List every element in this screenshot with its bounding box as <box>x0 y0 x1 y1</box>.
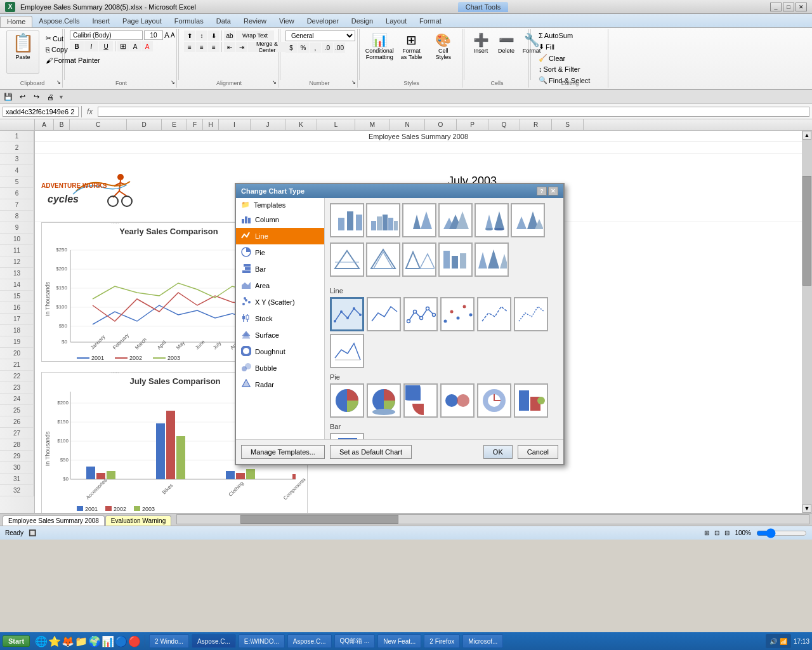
sort-filter-button[interactable]: ↕ Sort & Filter <box>536 64 583 74</box>
chart-subtype-cone2[interactable] <box>511 203 545 237</box>
taskbar-item-8[interactable]: Microsof... <box>462 634 503 648</box>
comma-button[interactable]: , <box>310 43 321 53</box>
taskbar-item-4[interactable]: Aspose.C... <box>287 634 332 648</box>
print-quick-btn[interactable]: 🖨 <box>44 91 56 103</box>
pie-subtype-3[interactable] <box>403 383 438 418</box>
clipboard-expand[interactable]: ↘ <box>56 79 61 85</box>
chart-type-scatter[interactable]: X Y (Scatter) <box>236 294 324 310</box>
tab-format[interactable]: Format <box>413 16 448 27</box>
vertical-scrollbar[interactable]: ▲ ▼ <box>802 131 812 513</box>
dialog-close-btn[interactable]: ✕ <box>548 187 558 196</box>
taskbar-icon-6[interactable]: 📊 <box>102 635 114 647</box>
col-o[interactable]: O <box>425 119 457 130</box>
chart-subtype-cyl2[interactable] <box>366 203 400 237</box>
pie-subtype-2[interactable] <box>367 383 401 418</box>
chart-type-bubble[interactable]: Bubble <box>236 360 324 376</box>
orientation-button[interactable]: ab <box>224 30 235 41</box>
increase-indent-button[interactable]: ⇥ <box>236 42 247 52</box>
chart-subtype-r2-1[interactable] <box>330 242 364 277</box>
paste-button[interactable]: 📋 Paste <box>6 30 39 74</box>
col-m[interactable]: M <box>355 119 390 130</box>
bar-subtype-1[interactable] <box>330 433 364 439</box>
set-default-chart-button[interactable]: Set as Default Chart <box>330 445 412 459</box>
col-r[interactable]: R <box>520 119 552 130</box>
col-k[interactable]: K <box>285 119 317 130</box>
chart-type-stock[interactable]: Stock <box>236 310 324 327</box>
merge-center-button[interactable]: Merge & Center <box>248 42 286 52</box>
chart-type-doughnut[interactable]: Doughnut <box>236 343 324 360</box>
col-i[interactable]: I <box>219 119 251 130</box>
pie-subtype-5[interactable] <box>477 383 511 418</box>
col-d[interactable]: D <box>127 119 162 130</box>
chart-subtype-cone1[interactable] <box>475 203 509 237</box>
line-subtype-5[interactable] <box>477 297 511 331</box>
chart-type-bar[interactable]: Bar <box>236 261 324 277</box>
tab-formulas[interactable]: Formulas <box>168 16 210 27</box>
underline-button[interactable]: U <box>99 41 113 51</box>
zoom-slider[interactable] <box>756 528 807 538</box>
manage-templates-button[interactable]: Manage Templates... <box>241 445 325 459</box>
tab-aspose[interactable]: Aspose.Cells <box>32 16 86 27</box>
taskbar-icon-3[interactable]: 🦊 <box>62 635 74 647</box>
taskbar-item-6[interactable]: New Feat... <box>377 634 421 648</box>
pie-subtype-4[interactable] <box>440 383 475 418</box>
align-middle-button[interactable]: ↕ <box>196 30 207 41</box>
col-h[interactable]: H <box>203 119 219 130</box>
taskbar-item-2[interactable]: Aspose.C... <box>192 634 236 648</box>
pie-subtype-1[interactable] <box>330 383 364 418</box>
taskbar-icon-4[interactable]: 📁 <box>75 635 88 647</box>
chart-type-pie[interactable]: Pie <box>236 244 324 261</box>
chart-type-surface[interactable]: Surface <box>236 327 324 343</box>
horizontal-scrollbar[interactable] <box>176 514 809 524</box>
line-subtype-3[interactable] <box>403 297 438 331</box>
col-n[interactable]: N <box>390 119 425 130</box>
align-top-button[interactable]: ⬆ <box>184 30 195 41</box>
currency-button[interactable]: $ <box>285 43 297 53</box>
wrap-text-button[interactable]: Wrap Text <box>236 30 274 41</box>
redo-quick-btn[interactable]: ↪ <box>30 91 42 103</box>
font-size-increase[interactable]: A <box>164 31 169 40</box>
close-btn[interactable]: ✕ <box>796 3 807 11</box>
font-color-button[interactable]: A <box>141 41 153 51</box>
chart-subtype-pyramid1[interactable] <box>402 203 436 237</box>
chart-subtype-r2-2[interactable] <box>366 242 400 277</box>
chart-subtype-r2-4[interactable] <box>438 242 473 277</box>
taskbar-icon-7[interactable]: 🔵 <box>115 635 128 647</box>
border-button[interactable]: ⊞ <box>117 41 129 51</box>
view-normal[interactable]: ⊞ <box>704 529 709 536</box>
font-size-input[interactable] <box>144 30 163 40</box>
format-table-button[interactable]: ⊞ Format as Table <box>396 30 426 62</box>
col-l[interactable]: L <box>317 119 355 130</box>
line-subtype-2[interactable] <box>367 297 401 331</box>
view-page[interactable]: ⊡ <box>714 529 719 536</box>
col-s[interactable]: S <box>552 119 584 130</box>
view-preview[interactable]: ⊟ <box>724 529 730 536</box>
tab-review[interactable]: Review <box>237 16 273 27</box>
col-e[interactable]: E <box>162 119 187 130</box>
align-center-button[interactable]: ≡ <box>196 42 207 52</box>
tab-page-layout[interactable]: Page Layout <box>116 16 168 27</box>
maximize-btn[interactable]: □ <box>783 3 794 11</box>
decrease-decimal-button[interactable]: .0 <box>322 43 333 53</box>
chart-type-area[interactable]: Area <box>236 277 324 294</box>
cancel-button[interactable]: Cancel <box>518 445 558 459</box>
number-expand[interactable]: ↘ <box>351 79 356 85</box>
start-button[interactable]: Start <box>3 635 30 647</box>
tab-home[interactable]: Home <box>0 16 32 27</box>
font-expand[interactable]: ↘ <box>171 79 175 85</box>
chart-type-templates[interactable]: 📁 Templates <box>236 198 324 211</box>
font-name-input[interactable] <box>70 30 143 40</box>
save-quick-btn[interactable]: 💾 <box>3 91 14 103</box>
sheet-tab-warning[interactable]: Evaluation Warning <box>105 515 171 526</box>
conditional-formatting-button[interactable]: 📊 Conditional Formatting <box>365 30 394 62</box>
chart-subtype-cyl1[interactable] <box>330 203 364 237</box>
chart-type-radar[interactable]: Radar <box>236 376 324 393</box>
minimize-btn[interactable]: _ <box>770 3 782 11</box>
autosum-button[interactable]: Σ AutoSum <box>536 30 575 41</box>
number-format-select[interactable]: General <box>285 30 355 41</box>
increase-decimal-button[interactable]: .00 <box>334 43 345 53</box>
align-left-button[interactable]: ≡ <box>184 42 195 52</box>
insert-cells-button[interactable]: ➕ Insert <box>469 30 492 56</box>
name-box[interactable] <box>3 107 79 117</box>
percent-button[interactable]: % <box>298 43 309 53</box>
